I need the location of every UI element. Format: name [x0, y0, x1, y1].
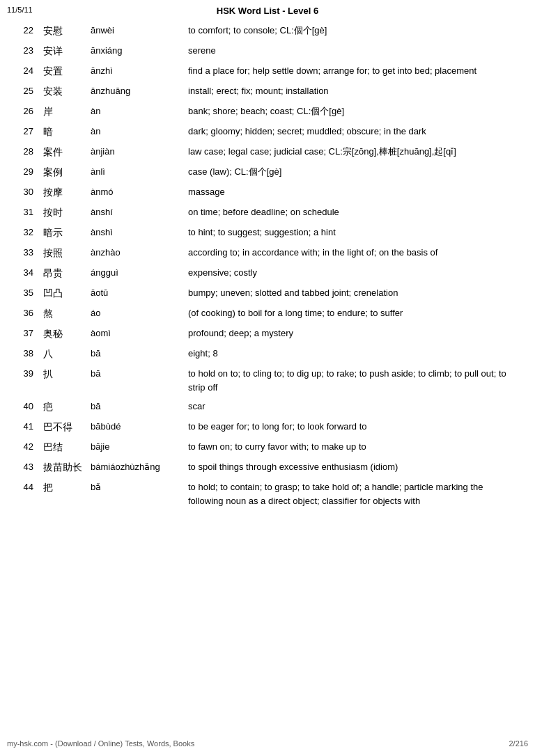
row-chinese: 按时: [39, 203, 86, 223]
table-row: 26岸ànbank; shore; beach; coast; CL:個个[gè…: [14, 102, 521, 122]
row-pinyin: bā: [86, 344, 184, 364]
row-chinese: 昂贵: [39, 263, 86, 283]
row-chinese: 奥秘: [39, 324, 86, 344]
row-chinese: 巴结: [39, 437, 86, 457]
row-pinyin: ānxiáng: [86, 41, 184, 61]
table-row: 40疤bāscar: [14, 397, 521, 417]
row-chinese: 岸: [39, 102, 86, 122]
row-number: 42: [14, 437, 39, 457]
table-row: 35凹凸āotūbumpy; uneven; slotted and tabbe…: [14, 283, 521, 304]
row-number: 34: [14, 263, 39, 283]
row-definition: massage: [184, 182, 521, 203]
row-number: 29: [14, 162, 39, 182]
row-number: 32: [14, 223, 39, 243]
table-row: 37奥秘àomìprofound; deep; a mystery: [14, 324, 521, 344]
row-pinyin: ànzhào: [86, 243, 184, 263]
row-pinyin: bǎ: [86, 478, 184, 510]
row-pinyin: bājie: [86, 437, 184, 457]
row-definition: to be eager for; to long for; to look fo…: [184, 417, 521, 437]
row-number: 26: [14, 102, 39, 122]
table-row: 27暗àndark; gloomy; hidden; secret; muddl…: [14, 122, 521, 142]
table-row: 44把bǎto hold; to contain; to grasp; to t…: [14, 478, 521, 510]
row-pinyin: àomì: [86, 324, 184, 344]
row-chinese: 扒: [39, 364, 86, 397]
row-chinese: 按摩: [39, 182, 86, 203]
row-definition: to fawn on; to curry favor with; to make…: [184, 437, 521, 457]
row-definition: (of cooking) to boil for a long time; to…: [184, 304, 521, 324]
table-row: 23安详ānxiángserene: [14, 41, 521, 61]
table-row: 42巴结bājieto fawn on; to curry favor with…: [14, 437, 521, 457]
row-chinese: 案例: [39, 162, 86, 182]
row-definition: bumpy; uneven; slotted and tabbed joint;…: [184, 283, 521, 304]
row-pinyin: ànlì: [86, 162, 184, 182]
row-pinyin: bā: [86, 397, 184, 417]
row-definition: scar: [184, 397, 521, 417]
row-number: 44: [14, 478, 39, 510]
row-number: 35: [14, 283, 39, 304]
table-row: 38八bāeight; 8: [14, 344, 521, 364]
row-pinyin: ānwèi: [86, 21, 184, 41]
row-chinese: 安装: [39, 81, 86, 102]
row-chinese: 凹凸: [39, 283, 86, 304]
footer-left: my-hsk.com - (Download / Online) Tests, …: [7, 739, 194, 748]
table-row: 34昂贵ángguìexpensive; costly: [14, 263, 521, 283]
row-number: 30: [14, 182, 39, 203]
row-pinyin: bámiáozhùzhǎng: [86, 457, 184, 478]
row-definition: to spoil things through excessive enthus…: [184, 457, 521, 478]
row-definition: eight; 8: [184, 344, 521, 364]
row-pinyin: áo: [86, 304, 184, 324]
row-number: 22: [14, 21, 39, 41]
row-pinyin: bābùdé: [86, 417, 184, 437]
row-pinyin: āotū: [86, 283, 184, 304]
row-number: 36: [14, 304, 39, 324]
row-pinyin: ànmó: [86, 182, 184, 203]
row-definition: on time; before deadline; on schedule: [184, 203, 521, 223]
row-definition: to hold on to; to cling to; to dig up; t…: [184, 364, 521, 397]
row-pinyin: ānzhì: [86, 61, 184, 81]
table-row: 32暗示ànshìto hint; to suggest; suggestion…: [14, 223, 521, 243]
row-definition: dark; gloomy; hidden; secret; muddled; o…: [184, 122, 521, 142]
header-title: HSK Word List - Level 6: [217, 6, 318, 16]
row-number: 38: [14, 344, 39, 364]
table-row: 31按时ànshíon time; before deadline; on sc…: [14, 203, 521, 223]
row-chinese: 按照: [39, 243, 86, 263]
row-chinese: 安详: [39, 41, 86, 61]
header-date: 11/5/11: [7, 6, 33, 14]
row-definition: to hold; to contain; to grasp; to take h…: [184, 478, 521, 510]
table-row: 28案件ànjiànlaw case; legal case; judicial…: [14, 142, 521, 162]
row-number: 31: [14, 203, 39, 223]
row-definition: serene: [184, 41, 521, 61]
row-chinese: 安置: [39, 61, 86, 81]
row-number: 33: [14, 243, 39, 263]
row-definition: bank; shore; beach; coast; CL:個个[gè]: [184, 102, 521, 122]
row-pinyin: bā: [86, 364, 184, 397]
row-pinyin: ànshí: [86, 203, 184, 223]
row-pinyin: àn: [86, 122, 184, 142]
row-chinese: 疤: [39, 397, 86, 417]
row-chinese: 把: [39, 478, 86, 510]
table-row: 25安装ānzhuānginstall; erect; fix; mount; …: [14, 81, 521, 102]
row-number: 43: [14, 457, 39, 478]
table-row: 43拔苗助长bámiáozhùzhǎngto spoil things thro…: [14, 457, 521, 478]
row-pinyin: ànjiàn: [86, 142, 184, 162]
row-chinese: 安慰: [39, 21, 86, 41]
row-pinyin: ànshì: [86, 223, 184, 243]
row-number: 23: [14, 41, 39, 61]
word-list-table: 22安慰ānwèito comfort; to console; CL:個个[g…: [14, 21, 521, 510]
row-pinyin: ānzhuāng: [86, 81, 184, 102]
row-definition: find a place for; help settle down; arra…: [184, 61, 521, 81]
table-row: 24安置ānzhìfind a place for; help settle d…: [14, 61, 521, 81]
row-definition: expensive; costly: [184, 263, 521, 283]
row-chinese: 暗示: [39, 223, 86, 243]
footer-page: 2/216: [509, 739, 528, 748]
row-definition: to hint; to suggest; suggestion; a hint: [184, 223, 521, 243]
row-pinyin: àn: [86, 102, 184, 122]
row-number: 28: [14, 142, 39, 162]
row-number: 41: [14, 417, 39, 437]
row-chinese: 八: [39, 344, 86, 364]
table-row: 29案例ànlìcase (law); CL:個个[gè]: [14, 162, 521, 182]
table-row: 39扒bāto hold on to; to cling to; to dig …: [14, 364, 521, 397]
row-chinese: 案件: [39, 142, 86, 162]
row-chinese: 暗: [39, 122, 86, 142]
row-number: 39: [14, 364, 39, 397]
